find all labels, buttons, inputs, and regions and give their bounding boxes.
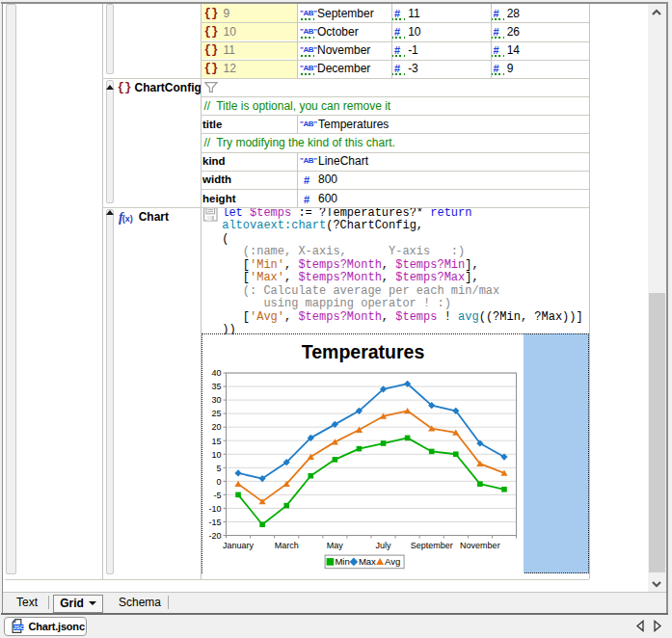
xmlspy-window: {}9"AB"September#11#28{}10"AB"October#10… xyxy=(0,0,672,638)
vertical-scrollbar[interactable] xyxy=(648,4,666,592)
temperatures-line-chart: Temperatures-20-15-10-50510152025303540J… xyxy=(202,334,524,574)
grid-line-h xyxy=(201,133,589,134)
tab-schema[interactable]: Schema xyxy=(119,596,161,609)
grid-line-h xyxy=(201,22,589,23)
svg-text:25: 25 xyxy=(211,409,221,418)
view-tab-separator-2 xyxy=(168,596,169,609)
min-cell[interactable]: #-1 xyxy=(394,41,490,60)
month-cell[interactable]: "AB"December xyxy=(300,60,391,78)
config-value-cell[interactable]: #600 xyxy=(300,189,313,207)
max-cell[interactable]: #14 xyxy=(494,41,589,60)
grid-line-h xyxy=(201,171,589,172)
min-cell[interactable]: #-3 xyxy=(394,60,490,78)
collapse-bar[interactable] xyxy=(106,209,114,574)
code-line: altovaext:chart(?ChartConfig, xyxy=(222,220,583,233)
collapse-icon-chart[interactable] xyxy=(106,210,114,215)
tab-scroll-left-icon[interactable] xyxy=(635,620,645,632)
code-line: using mapping operator ! :) xyxy=(222,298,583,311)
config-key-cell[interactable]: title xyxy=(202,115,222,133)
grid-line-h xyxy=(201,60,589,61)
min-cell[interactable]: #10 xyxy=(394,22,490,40)
json-grid-view: {}9"AB"September#11#28{}10"AB"October#10… xyxy=(3,4,648,592)
collapse-bar[interactable] xyxy=(106,4,114,74)
collapse-bar-root[interactable] xyxy=(6,4,17,575)
svg-text:10: 10 xyxy=(211,450,221,460)
svg-text:30: 30 xyxy=(211,395,221,405)
tab-text[interactable]: Text xyxy=(13,596,41,609)
code-line: (:name, X-axis, Y-axis :) xyxy=(222,246,583,259)
svg-text:-15: -15 xyxy=(208,518,221,527)
svg-text:0: 0 xyxy=(216,477,221,487)
scrollbar-thumb[interactable] xyxy=(649,293,665,573)
svg-text:-5: -5 xyxy=(213,491,221,500)
grid-line-v xyxy=(102,4,103,579)
grid-line-h xyxy=(201,152,589,153)
code-line: ['Max', $temps?Month, $temps?Max], xyxy=(222,272,583,285)
scroll-up-icon[interactable] xyxy=(651,8,662,17)
view-tab-separator xyxy=(48,596,49,609)
code-line: ( xyxy=(222,233,583,247)
config-key-cell[interactable]: width xyxy=(202,171,231,189)
xquery-formula-code: let $temps := ?Temperatures?* returnalto… xyxy=(222,207,583,337)
grid-line-h xyxy=(201,189,589,190)
code-line: let $temps := ?Temperatures?* return xyxy=(222,207,583,221)
array-index-cell[interactable]: {}11 xyxy=(202,41,298,60)
grid-line-h xyxy=(201,41,589,42)
svg-text:40: 40 xyxy=(211,368,221,378)
chartconfig-key[interactable]: {}ChartConfig xyxy=(118,78,202,96)
config-key-cell[interactable]: height xyxy=(202,189,236,207)
max-cell[interactable]: #26 xyxy=(494,22,589,40)
month-cell[interactable]: "AB"November xyxy=(300,41,391,60)
svg-text:November: November xyxy=(460,541,500,550)
grid-dropdown-icon[interactable] xyxy=(89,601,96,605)
formula-icon xyxy=(203,207,218,221)
document-tab-chart-jsonc[interactable]: JSC Chart.jsonc xyxy=(4,617,87,636)
document-tab-bar: JSC Chart.jsonc xyxy=(0,615,672,638)
max-cell[interactable]: #28 xyxy=(494,4,589,22)
comment-row: //Title is optional, you can remove it xyxy=(204,96,391,115)
config-key-cell[interactable]: kind xyxy=(202,152,226,171)
comment-row: //Try modifying the kind of this chart. xyxy=(204,133,395,151)
svg-text:35: 35 xyxy=(211,382,221,391)
max-cell[interactable]: #9 xyxy=(494,60,589,78)
config-value-cell[interactable]: "AB"Temperatures xyxy=(300,115,314,133)
config-value-cell[interactable]: #800 xyxy=(300,171,313,189)
min-cell[interactable]: #11 xyxy=(394,4,490,22)
month-cell[interactable]: "AB"September xyxy=(300,4,391,22)
grid-line-h xyxy=(102,78,589,79)
svg-text:Temperatures: Temperatures xyxy=(301,341,424,362)
svg-text:Min: Min xyxy=(335,556,349,567)
svg-text:20: 20 xyxy=(211,422,221,432)
grid-line-v xyxy=(297,115,298,133)
grid-line-h xyxy=(201,115,589,116)
scroll-down-icon[interactable] xyxy=(651,579,662,589)
svg-text:July: July xyxy=(375,541,391,550)
grid-line-v xyxy=(297,152,298,208)
svg-text:5: 5 xyxy=(216,464,221,473)
array-index-cell[interactable]: {}12 xyxy=(202,60,298,78)
tab-scroll-right-icon[interactable] xyxy=(653,620,662,632)
month-cell[interactable]: "AB"October xyxy=(300,22,391,40)
svg-text:May: May xyxy=(326,541,343,550)
filter-funnel-icon[interactable] xyxy=(204,78,218,96)
config-value-cell[interactable]: "AB"LineChart xyxy=(300,152,314,171)
jsonc-file-icon: JSC xyxy=(9,619,25,634)
collapse-bar[interactable] xyxy=(106,80,114,203)
svg-text:Avg: Avg xyxy=(385,556,400,567)
tab-grid[interactable]: Grid xyxy=(53,595,103,613)
code-line: ['Min', $temps?Month, $temps?Min], xyxy=(222,259,583,273)
svg-text:Max: Max xyxy=(358,556,375,567)
grid-line-h xyxy=(5,579,589,580)
code-line: (: Calculate average per each min/max xyxy=(222,285,583,299)
array-index-cell[interactable]: {}9 xyxy=(202,4,298,22)
grid-line-v xyxy=(589,4,590,579)
chart-key[interactable]: f(x)Chart xyxy=(119,207,169,226)
svg-text:15: 15 xyxy=(211,437,221,446)
collapse-icon-chartconfig[interactable] xyxy=(106,85,114,90)
array-index-cell[interactable]: {}10 xyxy=(202,22,298,40)
svg-text:-10: -10 xyxy=(208,504,221,514)
document-tab-label: Chart.jsonc xyxy=(29,621,85,632)
svg-text:-20: -20 xyxy=(208,531,221,541)
chart-result-cell[interactable]: Temperatures-20-15-10-50510152025303540J… xyxy=(202,333,589,573)
grid-line-h xyxy=(201,96,589,97)
